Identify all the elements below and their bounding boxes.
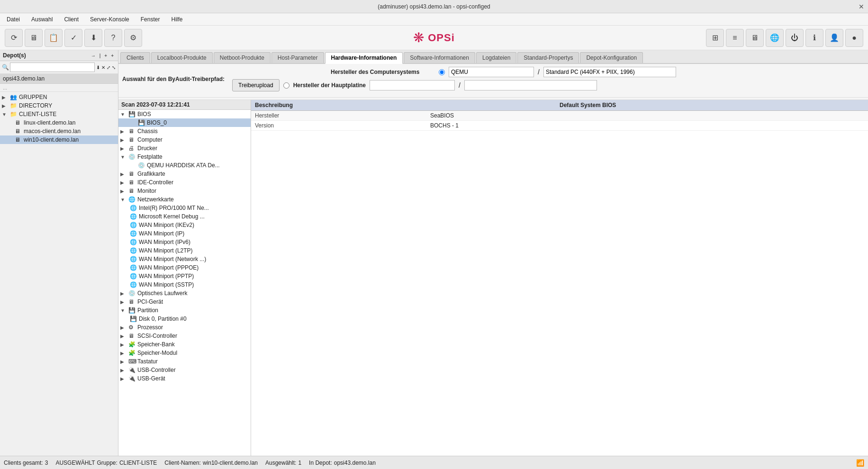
tab-logdateien[interactable]: Logdateien — [476, 52, 516, 63]
hw-tree-bios[interactable]: ▼ 💾 BIOS — [118, 110, 251, 118]
hw-tree-prozessor[interactable]: ▶ ⚙ Prozessor — [118, 323, 251, 332]
partition-icon: 💾 — [128, 307, 136, 314]
check-button[interactable]: ✓ — [64, 29, 82, 47]
linux-client-icon: 🖥 — [15, 119, 22, 126]
tab-standard-prop[interactable]: Standard-Propertys — [517, 52, 579, 63]
collapse-icon[interactable]: ⤡ — [111, 64, 116, 71]
expand-icon[interactable]: ⤢ — [106, 64, 111, 71]
sidebar-item-linux-client[interactable]: 🖥 linux-client.demo.lan — [0, 118, 118, 127]
menu-client[interactable]: Client — [61, 15, 81, 24]
hw-tree-monitor[interactable]: ▶ 🖥 Monitor — [118, 187, 251, 195]
treiberupload-button[interactable]: Treiberupload — [232, 79, 280, 91]
sidebar-expand-btn[interactable]: → — [90, 53, 97, 59]
hw-tree-tastatur[interactable]: ▶ ⌨ Tastatur — [118, 357, 251, 366]
menu-hilfe[interactable]: Hilfe — [168, 15, 185, 24]
hw-tree-computer[interactable]: ▶ 🖥 Computer — [118, 135, 251, 144]
optisch-icon: 💿 — [128, 290, 136, 297]
grid-button[interactable]: ⊞ — [706, 29, 724, 47]
tab-clients[interactable]: Clients — [120, 52, 150, 63]
sidebar-item-win10-client[interactable]: 🖥 win10-client.demo.lan — [0, 135, 118, 144]
hw-tree-ide[interactable]: ▶ 🖥 IDE-Controller — [118, 178, 251, 187]
help-button[interactable]: ? — [104, 29, 122, 47]
settings-button[interactable]: ⚙ — [124, 29, 142, 47]
hw-tree-scsi[interactable]: ▶ 🖥 SCSI-Controller — [118, 332, 251, 340]
radio-computer[interactable] — [439, 69, 445, 75]
hw-tree-bios0[interactable]: 💾 BIOS_0 — [118, 118, 251, 127]
produkt-modell-input[interactable] — [543, 67, 676, 77]
hw-tree-wan-pppoe[interactable]: 🌐 WAN Miniport (PPPOE) — [118, 263, 251, 272]
hersteller-computer-input[interactable] — [449, 67, 534, 77]
refresh-button[interactable]: ⟳ — [5, 29, 23, 47]
hw-form-section: Auswahl für den ByAudit-Treiberpfad: Her… — [118, 64, 868, 98]
hw-tree-pci[interactable]: ▶ 🖥 PCI-Gerät — [118, 298, 251, 306]
macos-client-icon: 🖥 — [15, 128, 22, 135]
client-name-label: Client-Namen: — [164, 460, 201, 466]
menu-fenster[interactable]: Fenster — [138, 15, 163, 24]
list-button[interactable]: ≡ — [726, 29, 744, 47]
hw-tree-grafik[interactable]: ▶ 🖥 Grafikkarte — [118, 170, 251, 178]
menu-server-konsole[interactable]: Server-Konsole — [87, 15, 132, 24]
hersteller-hauptplatine-input[interactable] — [370, 80, 455, 90]
depot-item[interactable]: opsi43.demo.lan — [0, 74, 118, 84]
tab-host-param[interactable]: Host-Parameter — [271, 52, 324, 63]
sidebar-item-macos-client[interactable]: 🖥 macos-client.demo.lan — [0, 127, 118, 135]
sidebar-item-client-liste[interactable]: ▼ 📁 CLIENT-LISTE — [0, 110, 118, 118]
computer-label: Computer — [137, 136, 163, 143]
hw-tree-optisch[interactable]: ▶ 💿 Optisches Laufwerk — [118, 289, 251, 298]
prozessor-label: Prozessor — [137, 324, 163, 331]
close-button[interactable]: ✕ — [859, 3, 864, 10]
hw-tree-chassis[interactable]: ▶ 🖥 Chassis — [118, 127, 251, 135]
hw-tree-harddisk[interactable]: 💿 QEMU HARDDISK ATA De... — [118, 161, 251, 170]
hw-tree-pane: Scan 2023-07-03 12:21:41 ▼ 💾 BIOS 💾 BIOS… — [118, 100, 251, 456]
menubar: Datei Auswahl Client Server-Konsole Fens… — [0, 13, 868, 26]
hw-tree-usb-controller[interactable]: ▶ 🔌 USB-Controller — [118, 366, 251, 374]
hw-tree-partition[interactable]: ▼ 💾 Partition — [118, 306, 251, 315]
screen-button[interactable]: 🖥 — [746, 29, 764, 47]
hw-tree-wan-ipv6[interactable]: 🌐 WAN Miniport (IPv6) — [118, 238, 251, 246]
sidebar-item-gruppen[interactable]: ▶ 👥 GRUPPEN — [0, 93, 118, 101]
power-button[interactable]: ⏻ — [786, 29, 804, 47]
user-button[interactable]: 👤 — [825, 29, 843, 47]
menu-datei[interactable]: Datei — [4, 15, 23, 24]
tab-localboot[interactable]: Localboot-Produkte — [151, 52, 213, 63]
clear-icon[interactable]: ✕ — [101, 64, 106, 71]
radio-hauptplatine[interactable] — [283, 82, 289, 89]
menu-auswahl[interactable]: Auswahl — [28, 15, 55, 24]
hw-tree-wan-l2tp[interactable]: 🌐 WAN Miniport (L2TP) — [118, 246, 251, 255]
avatar-button[interactable]: ● — [845, 29, 863, 47]
tab-software[interactable]: Software-Informationen — [404, 52, 475, 63]
client-button[interactable]: 🖥 — [25, 29, 43, 47]
hw-tree-disk0[interactable]: 💾 Disk 0, Partition #0 — [118, 315, 251, 323]
tab-netboot[interactable]: Netboot-Produkte — [214, 52, 271, 63]
hw-tree-wan-pptp[interactable]: 🌐 WAN Miniport (PPTP) — [118, 272, 251, 280]
sidebar-add2-btn[interactable]: + — [109, 53, 115, 59]
hw-tree-speicher-modul[interactable]: ▶ 🧩 Speicher-Modul — [118, 349, 251, 357]
network-button[interactable]: 🌐 — [766, 29, 784, 47]
drucker-label: Drucker — [137, 145, 157, 152]
sidebar-item-directory[interactable]: ▶ 📁 DIRECTORY — [0, 101, 118, 110]
wan-sstp-icon: 🌐 — [130, 281, 137, 288]
hw-tree-speicher-bank[interactable]: ▶ 🧩 Speicher-Bank — [118, 340, 251, 349]
copy-button[interactable]: 📋 — [45, 29, 63, 47]
hw-tree-ms-debug[interactable]: 🌐 Microsoft Kernel Debug ... — [118, 212, 251, 221]
toolbar-left: ⟳ 🖥 📋 ✓ ⬇ ? ⚙ — [4, 29, 143, 47]
hw-tree-drucker[interactable]: ▶ 🖨 Drucker — [118, 144, 251, 153]
hw-tree-wan-ip[interactable]: 🌐 WAN Miniport (IP) — [118, 229, 251, 238]
hw-tree-usb-geraet[interactable]: ▶ 🔌 USB-Gerät — [118, 374, 251, 383]
sidebar-add-btn[interactable]: + — [103, 53, 108, 59]
hw-tree-festplatte[interactable]: ▼ 💿 Festplatte — [118, 153, 251, 161]
hw-tree-wan-network[interactable]: 🌐 WAN Miniport (Network ...) — [118, 255, 251, 263]
produkt-modell2-input[interactable] — [464, 80, 597, 90]
hw-tree-intel-net[interactable]: 🌐 Intel(R) PRO/1000 MT Ne... — [118, 204, 251, 212]
info-button[interactable]: ℹ — [805, 29, 823, 47]
detail-header: Beschreibung Default System BIOS — [251, 100, 868, 111]
filter-button[interactable]: ⬇ — [84, 29, 102, 47]
hw-tree-wan-sstp[interactable]: 🌐 WAN Miniport (SSTP) — [118, 280, 251, 289]
hw-tree-netzwerk[interactable]: ▼ 🌐 Netzwerkkarte — [118, 195, 251, 204]
hw-tree-wan-ikev2[interactable]: 🌐 WAN Miniport (IKEv2) — [118, 221, 251, 229]
search-input[interactable] — [10, 63, 95, 72]
tab-depot-konfig[interactable]: Depot-Konfiguration — [580, 52, 643, 63]
sidebar-collapse-btn[interactable]: | — [98, 53, 102, 59]
tab-hardware[interactable]: Hardware-Informationen — [325, 52, 403, 64]
filter-icon[interactable]: ⬇ — [96, 64, 100, 71]
